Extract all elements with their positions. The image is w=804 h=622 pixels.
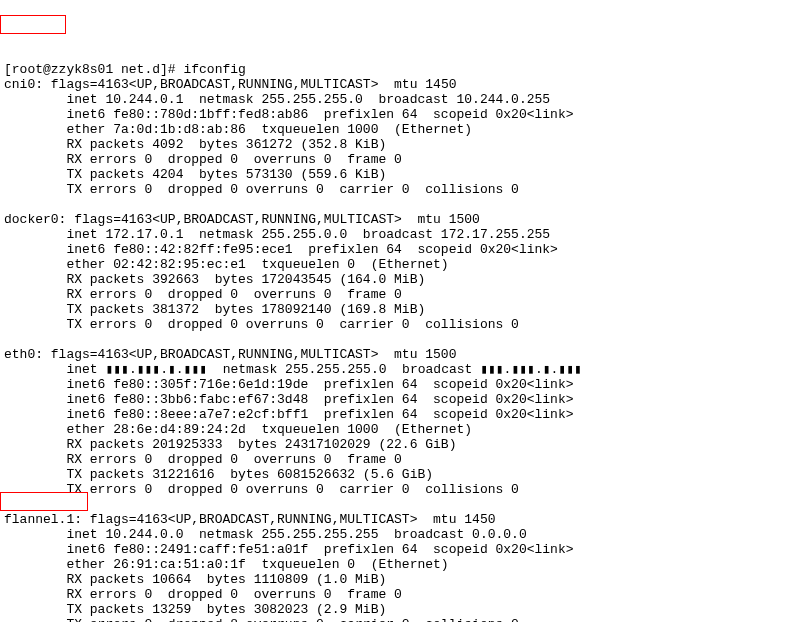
iface-docker0-head: docker0: flags=4163<UP,BROADCAST,RUNNING…	[4, 212, 480, 227]
eth0-inet6-c: inet6 fe80::8eee:a7e7:e2cf:bff1 prefixle…	[4, 407, 574, 422]
flannel-tx-errors: TX errors 0 dropped 8 overruns 0 carrier…	[4, 617, 519, 622]
eth0-ether: ether 28:6e:d4:89:24:2d txqueuelen 1000 …	[4, 422, 472, 437]
cni0-tx-errors: TX errors 0 dropped 0 overruns 0 carrier…	[4, 182, 519, 197]
cni0-rx-errors: RX errors 0 dropped 0 overruns 0 frame 0	[4, 152, 402, 167]
flannel-rx-errors: RX errors 0 dropped 0 overruns 0 frame 0	[4, 587, 402, 602]
flannel-inet: inet 10.244.0.0 netmask 255.255.255.255 …	[4, 527, 527, 542]
iface-cni0-name: cni0:	[4, 77, 43, 92]
docker0-rx-packets: RX packets 392663 bytes 172043545 (164.0…	[4, 272, 425, 287]
iface-eth0-head: eth0: flags=4163<UP,BROADCAST,RUNNING,MU…	[4, 347, 456, 362]
cni0-rx-packets: RX packets 4092 bytes 361272 (352.8 KiB)	[4, 137, 386, 152]
docker0-inet6: inet6 fe80::42:82ff:fe95:ece1 prefixlen …	[4, 242, 558, 257]
iface-cni0-flags: flags=4163<UP,BROADCAST,RUNNING,MULTICAS…	[43, 77, 456, 92]
flannel-tx-packets: TX packets 13259 bytes 3082023 (2.9 MiB)	[4, 602, 386, 617]
eth0-tx-packets: TX packets 31221616 bytes 6081526632 (5.…	[4, 467, 433, 482]
iface-flannel-name: flannel.1:	[4, 512, 82, 527]
docker0-rx-errors: RX errors 0 dropped 0 overruns 0 frame 0	[4, 287, 402, 302]
eth0-inet: inet ▮▮▮.▮▮▮.▮.▮▮▮ netmask 255.255.255.0…	[4, 362, 582, 377]
eth0-rx-packets: RX packets 201925333 bytes 24317102029 (…	[4, 437, 456, 452]
docker0-inet: inet 172.17.0.1 netmask 255.255.0.0 broa…	[4, 227, 550, 242]
eth0-rx-errors: RX errors 0 dropped 0 overruns 0 frame 0	[4, 452, 402, 467]
highlight-box-cni0	[0, 15, 66, 34]
cni0-ether: ether 7a:0d:1b:d8:ab:86 txqueuelen 1000 …	[4, 122, 472, 137]
iface-flannel-flags: flags=4163<UP,BROADCAST,RUNNING,MULTICAS…	[82, 512, 495, 527]
prompt-line: [root@zzyk8s01 net.d]# ifconfig	[4, 62, 246, 77]
cni0-tx-packets: TX packets 4204 bytes 573130 (559.6 KiB)	[4, 167, 386, 182]
flannel-ether: ether 26:91:ca:51:a0:1f txqueuelen 0 (Et…	[4, 557, 449, 572]
terminal-output: [root@zzyk8s01 net.d]# ifconfig cni0: fl…	[0, 60, 804, 622]
flannel-rx-packets: RX packets 10664 bytes 1110809 (1.0 MiB)	[4, 572, 386, 587]
eth0-inet6-a: inet6 fe80::305f:716e:6e1d:19de prefixle…	[4, 377, 574, 392]
docker0-tx-packets: TX packets 381372 bytes 178092140 (169.8…	[4, 302, 425, 317]
flannel-inet6: inet6 fe80::2491:caff:fe51:a01f prefixle…	[4, 542, 574, 557]
eth0-tx-errors: TX errors 0 dropped 0 overruns 0 carrier…	[4, 482, 519, 497]
eth0-inet6-b: inet6 fe80::3bb6:fabc:ef67:3d48 prefixle…	[4, 392, 574, 407]
cni0-inet: inet 10.244.0.1 netmask 255.255.255.0 br…	[4, 92, 550, 107]
docker0-tx-errors: TX errors 0 dropped 0 overruns 0 carrier…	[4, 317, 519, 332]
docker0-ether: ether 02:42:82:95:ec:e1 txqueuelen 0 (Et…	[4, 257, 449, 272]
cni0-inet6: inet6 fe80::780d:1bff:fed8:ab86 prefixle…	[4, 107, 574, 122]
